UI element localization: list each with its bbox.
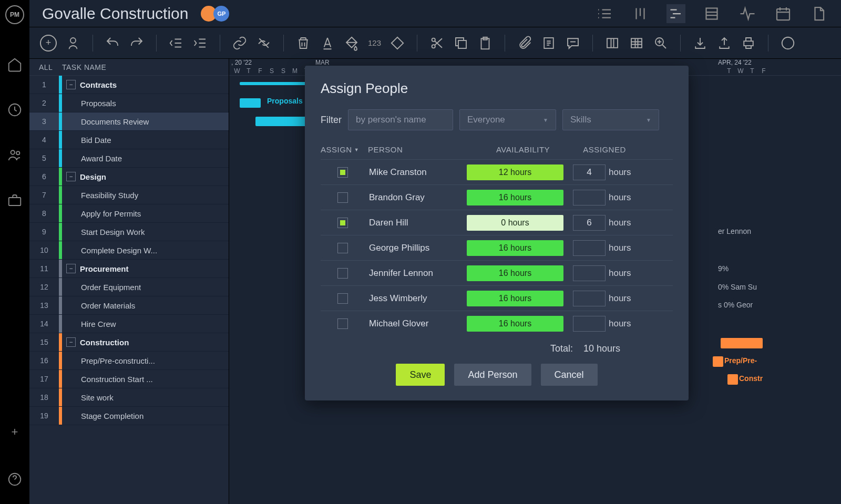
task-row[interactable]: 5Award Date <box>29 149 229 168</box>
comment-icon[interactable] <box>565 35 581 51</box>
task-row[interactable]: 8Apply for Permits <box>29 204 229 223</box>
person-icon[interactable] <box>65 35 81 51</box>
task-row[interactable]: 1−Contracts <box>29 76 229 94</box>
copy-icon[interactable] <box>453 35 469 51</box>
print-icon[interactable] <box>741 35 756 51</box>
filter-name-input[interactable]: by person's name <box>348 109 453 130</box>
outdent-icon[interactable] <box>168 35 184 51</box>
task-row[interactable]: 6−Design <box>29 168 229 186</box>
project-title: Govalle Construction <box>42 5 188 23</box>
notes-icon[interactable] <box>541 35 557 51</box>
gantt-bar-prep[interactable] <box>713 356 723 367</box>
col-availability[interactable]: AVAILABILITY <box>473 145 573 154</box>
assign-checkbox[interactable] <box>337 192 348 203</box>
assigned-hours-input[interactable] <box>573 265 606 281</box>
svg-point-1 <box>11 150 15 155</box>
task-row[interactable]: 15−Construction <box>29 333 229 352</box>
indent-icon[interactable] <box>192 35 208 51</box>
collapse-icon[interactable]: − <box>66 337 76 347</box>
task-row[interactable]: 13Order Materials <box>29 296 229 315</box>
assigned-hours-input[interactable] <box>573 240 606 256</box>
paste-icon[interactable] <box>477 35 493 51</box>
zoom-icon[interactable] <box>653 35 669 51</box>
col-assign[interactable]: ASSIGN▼ <box>321 145 368 154</box>
add-task-button[interactable]: + <box>40 35 57 52</box>
more-icon[interactable] <box>780 35 796 51</box>
collapse-icon[interactable]: − <box>66 80 76 89</box>
task-row[interactable]: 18Site work <box>29 388 229 407</box>
sheet-view-icon[interactable] <box>702 4 721 23</box>
calendar-icon[interactable] <box>774 4 793 23</box>
assign-checkbox[interactable] <box>337 268 348 279</box>
task-row[interactable]: 12Order Equipment <box>29 278 229 296</box>
assign-checkbox[interactable] <box>337 167 348 178</box>
task-row[interactable]: 2Proposals <box>29 94 229 112</box>
save-button[interactable]: Save <box>396 364 445 386</box>
task-row[interactable]: 7Feasibility Study <box>29 186 229 204</box>
person-row: Brandon Gray16 hourshours <box>321 184 673 210</box>
gantt-bar-proposals[interactable] <box>240 98 261 108</box>
task-row[interactable]: 9Start Design Work <box>29 223 229 241</box>
collapse-icon[interactable]: − <box>66 264 76 273</box>
assign-checkbox[interactable] <box>337 293 348 304</box>
task-row[interactable]: 11−Procurement <box>29 260 229 278</box>
briefcase-icon[interactable] <box>7 192 23 208</box>
home-icon[interactable] <box>7 57 23 73</box>
unlink-icon[interactable] <box>256 35 272 51</box>
diamond-icon[interactable] <box>389 35 405 51</box>
grid-icon[interactable] <box>629 35 644 51</box>
attach-icon[interactable] <box>517 35 532 51</box>
task-row[interactable]: 19Stage Completion <box>29 407 229 425</box>
task-row[interactable]: 10Complete Design W... <box>29 241 229 260</box>
filter-everyone-select[interactable]: Everyone ▼ <box>459 109 556 130</box>
text-color-icon[interactable] <box>320 35 335 51</box>
task-row[interactable]: 17Construction Start ... <box>29 370 229 388</box>
import-icon[interactable] <box>692 35 708 51</box>
col-person[interactable]: PERSON <box>368 145 473 154</box>
task-row[interactable]: 16Prep/Pre-constructi... <box>29 352 229 370</box>
assigned-hours-input[interactable] <box>573 164 606 180</box>
assigned-hours-input[interactable] <box>573 316 606 332</box>
columns-icon[interactable] <box>604 35 620 51</box>
people-icon[interactable] <box>7 147 23 163</box>
total-row: Total: 10 hours <box>321 336 673 364</box>
filter-skills-select[interactable]: Skills ▼ <box>562 109 659 130</box>
activity-icon[interactable] <box>738 4 757 23</box>
gantt-bar-construction[interactable] <box>721 338 763 348</box>
help-icon[interactable] <box>7 471 23 487</box>
export-icon[interactable] <box>716 35 732 51</box>
assigned-hours-input[interactable] <box>573 215 606 231</box>
task-row[interactable]: 3Documents Review <box>29 112 229 131</box>
task-row[interactable]: 14Hire Crew <box>29 315 229 333</box>
assign-checkbox[interactable] <box>337 218 348 228</box>
add-person-button[interactable]: Add Person <box>454 364 531 386</box>
board-view-icon[interactable] <box>631 4 650 23</box>
avatar-2[interactable]: GP <box>213 6 229 22</box>
cancel-button[interactable]: Cancel <box>541 364 598 386</box>
redo-icon[interactable] <box>129 35 145 51</box>
task-row[interactable]: 4Bid Date <box>29 131 229 149</box>
assign-checkbox[interactable] <box>337 243 348 253</box>
cut-icon[interactable] <box>429 35 445 51</box>
fill-icon[interactable] <box>344 35 360 51</box>
add-icon[interactable]: + <box>7 424 23 440</box>
availability-pill: 16 hours <box>467 265 563 281</box>
trash-icon[interactable] <box>295 35 311 51</box>
task-number: 14 <box>29 320 59 328</box>
col-task-name[interactable]: TASK NAME <box>62 63 106 71</box>
pm-logo-icon[interactable]: PM <box>5 5 24 24</box>
file-icon[interactable] <box>809 4 828 23</box>
assigned-hours-input[interactable] <box>573 291 606 306</box>
gantt-view-icon[interactable] <box>666 4 685 23</box>
clock-icon[interactable] <box>7 102 23 118</box>
gantt-bar-constr-start[interactable] <box>727 374 738 385</box>
assign-checkbox[interactable] <box>337 318 348 329</box>
collapse-icon[interactable]: − <box>66 172 76 181</box>
list-view-icon[interactable] <box>595 4 614 23</box>
task-number: 10 <box>29 246 59 254</box>
assigned-hours-input[interactable] <box>573 190 606 205</box>
link-icon[interactable] <box>232 35 248 51</box>
undo-icon[interactable] <box>105 35 120 51</box>
col-assigned[interactable]: ASSIGNED <box>573 145 636 154</box>
col-all[interactable]: ALL <box>39 63 62 71</box>
